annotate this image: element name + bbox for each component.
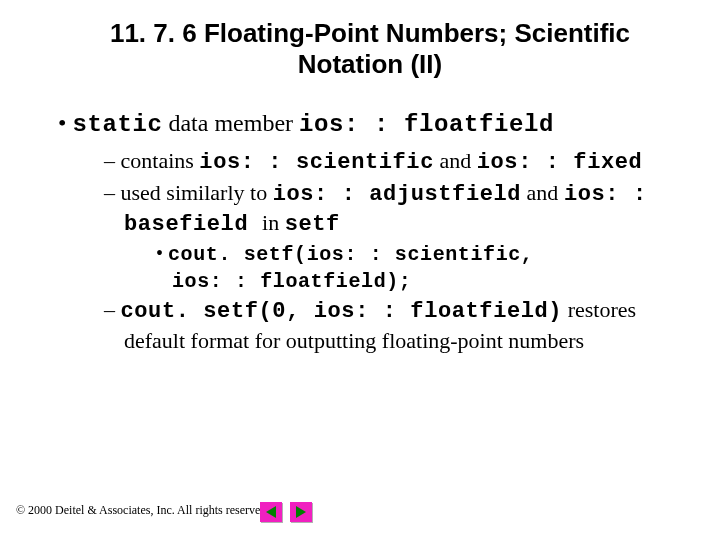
slide-body: static data member ios: : floatfield con… [48, 108, 680, 357]
bullet-level3: cout. setf(ios: : scientific, ios: : flo… [48, 241, 680, 294]
bullet-level1: static data member ios: : floatfield [48, 108, 680, 141]
title-line-1: 11. 7. 6 Floating-Point Numbers; Scienti… [110, 18, 630, 48]
text: contains [121, 148, 200, 173]
code-static: static [72, 111, 162, 138]
code-fixed: ios: : fixed [477, 150, 643, 175]
code-adjustfield: ios: : adjustfield [273, 182, 521, 207]
code-scientific: ios: : scientific [199, 150, 434, 175]
title-line-2: Notation (II) [298, 49, 442, 79]
code-floatfield: ios: : floatfield [299, 111, 554, 138]
code-setf: setf [285, 212, 340, 237]
next-button[interactable] [290, 502, 312, 522]
code-example-line1: cout. setf(ios: : scientific, [168, 243, 533, 266]
slide-title: 11. 7. 6 Floating-Point Numbers; Scienti… [80, 18, 660, 80]
nav-controls [260, 502, 312, 522]
code-restore: cout. setf(0, ios: : floatfield) [121, 299, 563, 324]
text: and [521, 180, 564, 205]
copyright-footer: © 2000 Deitel & Associates, Inc. All rig… [16, 503, 269, 518]
arrow-right-icon [296, 506, 306, 518]
bullet-level2: contains ios: : scientific and ios: : fi… [48, 147, 680, 177]
code-example-line2: ios: : floatfield); [172, 270, 411, 293]
bullet-level2: used similarly to ios: : adjustfield and… [48, 179, 680, 239]
slide: 11. 7. 6 Floating-Point Numbers; Scienti… [0, 0, 720, 540]
text: data member [162, 110, 299, 136]
prev-button[interactable] [260, 502, 282, 522]
bullet-level2: cout. setf(0, ios: : floatfield) restore… [48, 296, 680, 354]
text: in [262, 210, 285, 235]
text: and [434, 148, 477, 173]
text: used similarly to [121, 180, 273, 205]
arrow-left-icon [266, 506, 276, 518]
